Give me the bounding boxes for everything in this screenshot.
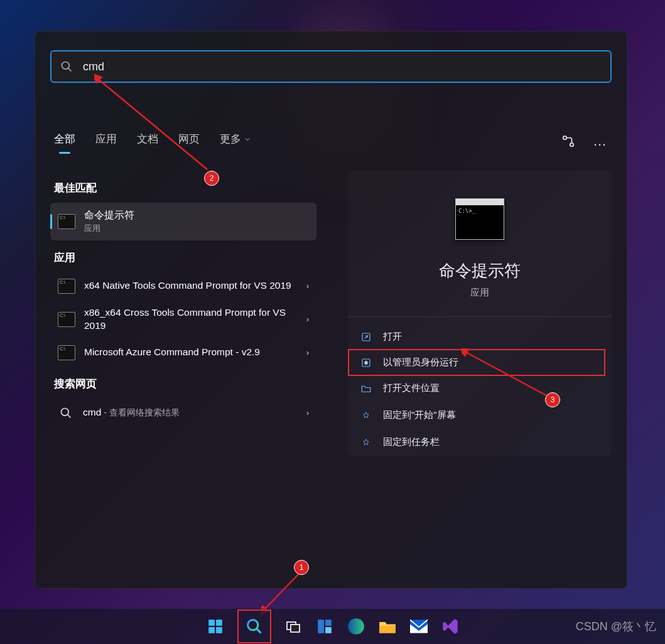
result-title: x86_x64 Cross Tools Command Prompt for V… <box>84 306 301 333</box>
section-apps: 应用 <box>54 250 313 265</box>
tab-apps[interactable]: 应用 <box>95 132 117 146</box>
svg-rect-18 <box>291 625 300 632</box>
action-run-admin[interactable]: 以管理员身份运行 <box>348 349 605 376</box>
taskbar-search-button[interactable] <box>237 609 271 643</box>
chevron-right-icon: › <box>306 408 309 417</box>
preview-title: 命令提示符 <box>348 260 612 282</box>
annotation-badge-2: 2 <box>204 171 219 186</box>
preview-subtitle: 应用 <box>348 287 612 299</box>
result-title: x64 Native Tools Command Prompt for VS 2… <box>84 279 301 292</box>
svg-point-22 <box>348 618 364 635</box>
result-title: cmd - 查看网络搜索结果 <box>83 406 301 419</box>
action-label: 打开 <box>383 331 402 343</box>
visual-studio-button[interactable] <box>441 617 460 636</box>
svg-point-3 <box>570 143 574 147</box>
tab-all[interactable]: 全部 <box>54 132 75 146</box>
shield-icon <box>360 357 372 368</box>
best-match-result[interactable]: 命令提示符 应用 <box>50 203 316 240</box>
svg-rect-20 <box>325 620 332 626</box>
preview-card: 命令提示符 应用 打开 以管理员身份运行 打开文件位置 固定到"开始" <box>348 171 612 456</box>
search-icon <box>60 60 73 73</box>
start-button[interactable] <box>206 617 225 636</box>
search-box[interactable] <box>50 50 612 83</box>
svg-line-16 <box>256 629 261 633</box>
result-title: 命令提示符 <box>84 209 309 222</box>
chevron-right-icon: › <box>306 348 309 357</box>
action-pin-start[interactable]: 固定到"开始"屏幕 <box>348 402 612 429</box>
more-options-icon[interactable]: … <box>593 133 608 149</box>
open-icon <box>360 331 372 343</box>
pin-icon <box>360 437 372 448</box>
search-panel: 全部 应用 文档 网页 更多 … 最佳匹配 命令提示符 应用 应用 <box>35 31 627 589</box>
action-label: 固定到任务栏 <box>383 436 440 448</box>
search-input[interactable] <box>82 60 610 74</box>
app-result[interactable]: x64 Native Tools Command Prompt for VS 2… <box>50 272 316 300</box>
svg-rect-11 <box>208 620 215 626</box>
svg-line-5 <box>68 415 71 418</box>
app-result[interactable]: x86_x64 Cross Tools Command Prompt for V… <box>50 300 316 339</box>
annotation-badge-3: 3 <box>545 392 560 407</box>
section-best-match: 最佳匹配 <box>54 181 313 195</box>
cmd-icon <box>58 214 75 229</box>
svg-line-1 <box>68 68 72 72</box>
svg-rect-12 <box>216 620 222 626</box>
action-open[interactable]: 打开 <box>348 323 612 350</box>
svg-rect-13 <box>208 627 215 633</box>
widgets-button[interactable] <box>315 617 334 636</box>
cmd-icon <box>58 279 75 294</box>
tab-web[interactable]: 网页 <box>178 132 200 146</box>
search-icon <box>58 405 74 421</box>
svg-point-4 <box>62 408 69 416</box>
cmd-icon <box>58 312 75 327</box>
mail-button[interactable] <box>409 617 428 636</box>
dev-icon[interactable] <box>561 134 575 148</box>
edge-button[interactable] <box>347 617 365 636</box>
svg-point-15 <box>247 620 257 630</box>
filter-tabs: 全部 应用 文档 网页 更多 <box>54 132 251 146</box>
action-open-location[interactable]: 打开文件位置 <box>348 375 612 402</box>
tab-docs[interactable]: 文档 <box>137 132 158 146</box>
chevron-right-icon: › <box>306 314 309 324</box>
chevron-down-icon <box>244 136 251 143</box>
tab-more-label: 更多 <box>220 132 241 146</box>
tab-more[interactable]: 更多 <box>220 132 251 146</box>
chevron-right-icon: › <box>306 281 309 291</box>
svg-point-2 <box>563 136 567 140</box>
explorer-button[interactable] <box>378 617 397 636</box>
app-result[interactable]: Microsoft Azure Command Prompt - v2.9 › <box>50 339 316 367</box>
watermark: CSDN @筱丶忆 <box>576 619 656 634</box>
annotation-badge-1: 1 <box>294 560 309 575</box>
action-label: 打开文件位置 <box>383 382 440 394</box>
task-view-button[interactable] <box>284 617 303 636</box>
action-pin-taskbar[interactable]: 固定到任务栏 <box>348 429 612 456</box>
svg-rect-21 <box>325 627 332 633</box>
result-title: Microsoft Azure Command Prompt - v2.9 <box>84 346 301 359</box>
svg-rect-14 <box>216 627 222 633</box>
cmd-large-icon <box>455 198 504 240</box>
section-search-web: 搜索网页 <box>54 377 313 391</box>
folder-icon <box>360 383 372 394</box>
taskbar <box>0 609 665 644</box>
pin-icon <box>360 410 372 421</box>
web-result[interactable]: cmd - 查看网络搜索结果 › <box>50 399 316 427</box>
svg-rect-19 <box>318 620 324 633</box>
result-subtitle: 应用 <box>84 223 309 234</box>
cmd-icon <box>58 345 75 360</box>
action-label: 固定到"开始"屏幕 <box>383 409 456 421</box>
action-label: 以管理员身份运行 <box>383 357 458 368</box>
svg-rect-23 <box>379 626 396 633</box>
svg-point-0 <box>62 62 70 70</box>
